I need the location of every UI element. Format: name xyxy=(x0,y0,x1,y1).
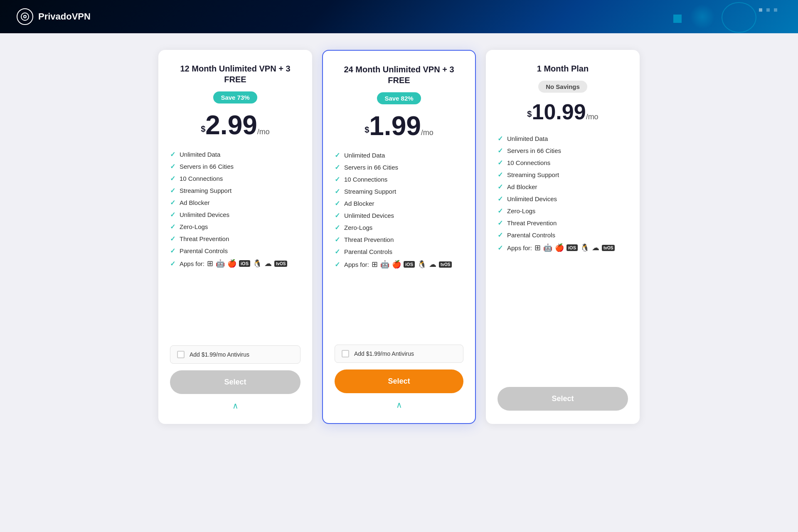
check-icon: ✓ xyxy=(335,200,340,207)
check-icon: ✓ xyxy=(498,183,503,191)
feature-devices: ✓Unlimited Devices xyxy=(498,193,628,205)
check-icon: ✓ xyxy=(498,219,503,227)
plan-24month-savings: Save 82% xyxy=(377,92,421,104)
plan-24month-dollar: $ xyxy=(365,125,369,134)
feature-unlimited-data: ✓Unlimited Data xyxy=(335,149,463,161)
scroll-arrow: ∧ xyxy=(335,400,463,410)
plan-1month-period: /mo xyxy=(586,113,598,121)
feature-streaming: ✓Streaming Support xyxy=(335,185,463,197)
check-icon: ✓ xyxy=(170,175,175,182)
plan-24month-select-button[interactable]: Select xyxy=(335,369,463,393)
feature-parental: ✓Parental Controls xyxy=(498,229,628,241)
feature-adblocker: ✓Ad Blocker xyxy=(170,197,300,209)
plan-1month-select-button[interactable]: Select xyxy=(498,387,628,411)
plan-24month-title: 24 Month Unlimited VPN + 3 FREE xyxy=(335,64,463,86)
feature-threat: ✓Threat Prevention xyxy=(170,233,300,245)
feature-devices: ✓Unlimited Devices xyxy=(335,209,463,222)
linux-icon: 🐧 xyxy=(253,259,262,268)
feature-servers: ✓Servers in 66 Cities xyxy=(335,161,463,173)
feature-unlimited-data: ✓Unlimited Data xyxy=(498,133,628,145)
linux-icon: 🐧 xyxy=(417,260,426,269)
check-icon: ✓ xyxy=(498,244,503,252)
check-icon: ✓ xyxy=(498,159,503,167)
check-icon: ✓ xyxy=(170,187,175,195)
tvos-icon: tvOS xyxy=(274,261,287,267)
plan-12month-title: 12 Month Unlimited VPN + 3 FREE xyxy=(170,63,300,85)
tvos-icon: tvOS xyxy=(439,261,452,268)
feature-unlimited-data: ✓Unlimited Data xyxy=(170,148,300,160)
plan-12month-select-button[interactable]: Select xyxy=(170,370,300,394)
scroll-arrow: ∧ xyxy=(170,401,300,411)
antivirus-checkbox[interactable] xyxy=(177,351,185,358)
plan-24month-amount: 1.99 xyxy=(369,111,421,141)
plan-12month-features: ✓Unlimited Data ✓Servers in 66 Cities ✓1… xyxy=(170,148,300,330)
apps-list: Apps for: ⊞ 🤖 🍎 iOS 🐧 ☁ tvOS xyxy=(507,243,615,252)
plan-24month-features: ✓Unlimited Data ✓Servers in 66 Cities ✓1… xyxy=(335,149,463,330)
apps-label: Apps for: xyxy=(507,244,532,251)
plan-12month-savings: Save 73% xyxy=(213,91,257,103)
check-icon: ✓ xyxy=(335,261,340,268)
plan-12month-period: /mo xyxy=(257,128,270,136)
android-icon: 🤖 xyxy=(543,243,552,252)
apple-icon: 🍎 xyxy=(555,243,564,252)
antivirus-checkbox[interactable] xyxy=(342,350,349,357)
plan-1month-savings: No Savings xyxy=(538,81,587,93)
ios-icon: iOS xyxy=(404,261,415,268)
linux-icon: 🐧 xyxy=(580,243,589,252)
feature-zerologs: ✓Zero-Logs xyxy=(170,221,300,233)
android-icon: 🤖 xyxy=(380,260,389,269)
plan-12month-amount: 2.99 xyxy=(205,110,257,140)
feature-parental: ✓Parental Controls xyxy=(335,246,463,258)
feature-servers: ✓Servers in 66 Cities xyxy=(498,145,628,157)
check-icon: ✓ xyxy=(498,207,503,215)
feature-threat: ✓Threat Prevention xyxy=(498,217,628,229)
check-icon: ✓ xyxy=(498,195,503,203)
antivirus-addon: Add $1.99/mo Antivirus xyxy=(335,345,463,363)
plan-12month-dollar: $ xyxy=(201,124,205,133)
logo-icon xyxy=(17,8,33,25)
plan-1month-card: 1 Month Plan No Savings $10.99/mo ✓Unlim… xyxy=(486,50,640,424)
antivirus-addon: Add $1.99/mo Antivirus xyxy=(170,345,300,364)
feature-threat: ✓Threat Prevention xyxy=(335,234,463,246)
cloud-icon: ☁ xyxy=(429,260,436,269)
feature-adblocker: ✓Ad Blocker xyxy=(498,181,628,193)
ios-icon: iOS xyxy=(239,260,250,267)
check-icon: ✓ xyxy=(498,231,503,239)
antivirus-label: Add $1.99/mo Antivirus xyxy=(190,351,249,358)
feature-connections: ✓10 Connections xyxy=(498,157,628,169)
pricing-section: 12 Month Unlimited VPN + 3 FREE Save 73%… xyxy=(0,33,798,441)
feature-adblocker: ✓Ad Blocker xyxy=(335,197,463,209)
check-icon: ✓ xyxy=(170,211,175,219)
check-icon: ✓ xyxy=(170,235,175,243)
windows-icon: ⊞ xyxy=(534,243,541,252)
windows-icon: ⊞ xyxy=(372,260,378,269)
antivirus-label: Add $1.99/mo Antivirus xyxy=(354,350,414,357)
logo-text: PrivadoVPN xyxy=(38,11,91,22)
check-icon: ✓ xyxy=(498,135,503,143)
apple-icon: 🍎 xyxy=(392,260,401,269)
apps-label: Apps for: xyxy=(344,261,369,268)
check-icon: ✓ xyxy=(335,212,340,219)
plan-1month-amount: 10.99 xyxy=(532,100,586,124)
apps-list: Apps for: ⊞ 🤖 🍎 iOS 🐧 ☁ tvOS xyxy=(180,259,287,268)
apps-label: Apps for: xyxy=(180,260,204,267)
apple-icon: 🍎 xyxy=(227,259,236,268)
plan-12month-price: $2.99/mo xyxy=(170,112,300,138)
feature-parental: ✓Parental Controls xyxy=(170,245,300,257)
plan-12month-card: 12 Month Unlimited VPN + 3 FREE Save 73%… xyxy=(158,50,312,424)
feature-zerologs: ✓Zero-Logs xyxy=(498,205,628,217)
check-icon: ✓ xyxy=(335,236,340,244)
windows-icon: ⊞ xyxy=(207,259,213,268)
check-icon: ✓ xyxy=(170,163,175,170)
check-icon: ✓ xyxy=(170,223,175,231)
check-icon: ✓ xyxy=(170,150,175,158)
feature-zerologs: ✓Zero-Logs xyxy=(335,222,463,234)
apps-list: Apps for: ⊞ 🤖 🍎 iOS 🐧 ☁ tvOS xyxy=(344,260,452,269)
plan-1month-features: ✓Unlimited Data ✓Servers in 66 Cities ✓1… xyxy=(498,133,628,379)
plan-24month-price: $1.99/mo xyxy=(335,113,463,139)
plan-1month-price: $10.99/mo xyxy=(498,101,628,123)
check-icon: ✓ xyxy=(335,175,340,183)
check-icon: ✓ xyxy=(335,248,340,256)
plan-24month-period: /mo xyxy=(421,128,433,137)
logo: PrivadoVPN xyxy=(17,8,91,25)
